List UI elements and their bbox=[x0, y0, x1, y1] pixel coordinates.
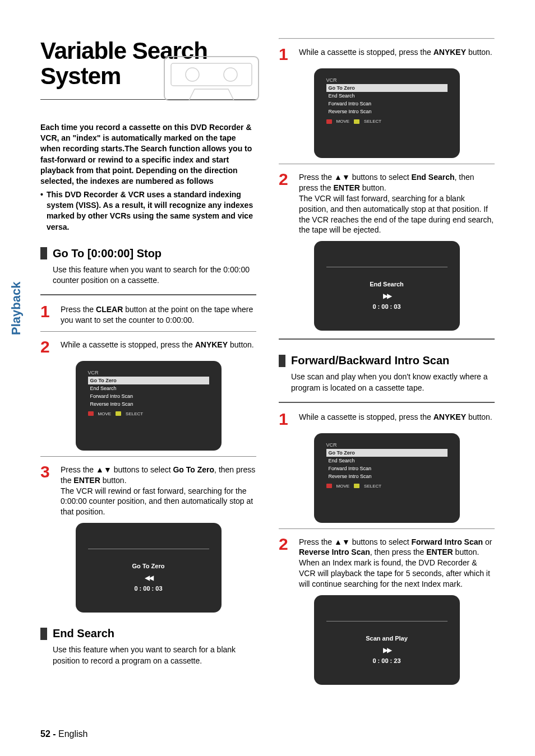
title-line2: System bbox=[40, 63, 121, 89]
osd-scan-time: 0 : 00 : 23 bbox=[326, 657, 448, 664]
goto-step2: 2 While a cassette is stopped, press the… bbox=[40, 338, 256, 355]
move-icon bbox=[88, 411, 94, 416]
goto-step1-text: Press the CLEAR button at the point on t… bbox=[61, 303, 256, 326]
select-icon bbox=[354, 484, 359, 488]
section-scan-title: Forward/Backward Intro Scan bbox=[291, 354, 449, 367]
step-number-2: 2 bbox=[40, 338, 53, 355]
select-icon bbox=[354, 119, 359, 124]
osd-end-label: End Search bbox=[326, 281, 448, 287]
divider bbox=[279, 164, 495, 164]
step-number-1: 1 bbox=[279, 411, 291, 428]
svg-point-2 bbox=[186, 68, 199, 81]
scan-step1-text: While a cassette is stopped, press the A… bbox=[299, 411, 492, 428]
osd-title: VCR bbox=[88, 370, 209, 375]
osd-legend: MOVE SELECT bbox=[326, 119, 448, 124]
left-column: Variable Search System Each time you rec… bbox=[40, 38, 256, 688]
osd-item-fwdintro[interactable]: Forward Intro Scan bbox=[88, 392, 209, 400]
end-step1-text: While a cassette is stopped, press the A… bbox=[299, 46, 492, 63]
page-footer: 52 - English bbox=[40, 729, 88, 739]
two-column-layout: Variable Search System Each time you rec… bbox=[40, 38, 495, 688]
section-scan-sub: Use scan and play when you don't know ex… bbox=[291, 372, 495, 393]
svg-rect-1 bbox=[171, 63, 252, 86]
divider bbox=[40, 294, 256, 295]
divider bbox=[279, 402, 495, 403]
side-tab-playback: Playback bbox=[9, 282, 24, 335]
fastforward-icon: ▶▶ bbox=[326, 292, 448, 300]
legend-move: MOVE bbox=[336, 119, 350, 124]
osd-legend: MOVE SELECT bbox=[326, 484, 448, 489]
osd-item-endsearch[interactable]: End Search bbox=[88, 384, 209, 392]
section-bar-icon bbox=[40, 247, 47, 259]
scan-step2: 2 Press the ▲▼ buttons to select Forward… bbox=[279, 536, 495, 590]
legend-move: MOVE bbox=[336, 484, 350, 489]
osd-goto-label: Go To Zero bbox=[88, 563, 209, 569]
fastforward-icon: ▶▶ bbox=[326, 646, 448, 654]
osd-item-revintro[interactable]: Reverse Intro Scan bbox=[326, 108, 448, 115]
osd-item-revintro[interactable]: Reverse Intro Scan bbox=[88, 400, 209, 408]
osd-title: VCR bbox=[326, 442, 448, 448]
osd-end-time: 0 : 00 : 03 bbox=[326, 303, 448, 310]
osd-item-gotozero[interactable]: Go To Zero bbox=[88, 377, 209, 384]
osd-item-gotozero[interactable]: Go To Zero bbox=[326, 449, 448, 457]
intro-paragraph: Each time you record a cassette on this … bbox=[40, 122, 256, 187]
intro-bullet: • This DVD Recorder & VCR uses a standar… bbox=[40, 189, 256, 233]
goto-step3: 3 Press the ▲▼ buttons to select Go To Z… bbox=[40, 463, 256, 517]
rewind-icon: ◀◀ bbox=[88, 574, 209, 582]
osd-item-gotozero[interactable]: Go To Zero bbox=[326, 84, 448, 92]
section-goto-title: Go To [0:00:00] Stop bbox=[53, 247, 162, 260]
move-icon bbox=[326, 484, 332, 488]
svg-point-3 bbox=[224, 68, 237, 81]
end-step2-text: Press the ▲▼ buttons to select End Searc… bbox=[299, 171, 495, 235]
osd-item-endsearch[interactable]: End Search bbox=[326, 457, 448, 465]
goto-step1: 1 Press the CLEAR button at the point on… bbox=[40, 303, 256, 326]
section-scan-head: Forward/Backward Intro Scan bbox=[279, 354, 495, 367]
legend-select: SELECT bbox=[364, 119, 381, 124]
osd-status-scan: Scan and Play ▶▶ 0 : 00 : 23 bbox=[314, 595, 460, 685]
osd-goto-time: 0 : 00 : 03 bbox=[88, 585, 209, 592]
divider bbox=[279, 528, 495, 529]
osd-item-revintro[interactable]: Reverse Intro Scan bbox=[326, 472, 448, 480]
goto-step2-text: While a cassette is stopped, press the A… bbox=[61, 338, 254, 355]
section-goto-sub: Use this feature when you want to search… bbox=[53, 265, 256, 286]
scan-step2-text: Press the ▲▼ buttons to select Forward I… bbox=[299, 536, 495, 590]
osd-legend: MOVE SELECT bbox=[88, 411, 209, 416]
page-title: Variable Search System bbox=[40, 38, 256, 89]
osd-status-goto: Go To Zero ◀◀ 0 : 00 : 03 bbox=[76, 523, 222, 613]
end-step2: 2 Press the ▲▼ buttons to select End Sea… bbox=[279, 171, 495, 235]
bullet-dot: • bbox=[40, 189, 43, 233]
section-end-head: End Search bbox=[40, 627, 256, 640]
divider bbox=[279, 338, 495, 340]
divider bbox=[40, 331, 256, 332]
step-number-2: 2 bbox=[279, 536, 291, 590]
section-bar-icon bbox=[40, 628, 47, 640]
select-icon bbox=[116, 411, 121, 416]
divider bbox=[279, 38, 495, 39]
step-number-3: 3 bbox=[40, 463, 53, 517]
section-end-title: End Search bbox=[53, 627, 114, 640]
footer-language: English bbox=[58, 729, 87, 739]
scan-step1: 1 While a cassette is stopped, press the… bbox=[279, 411, 495, 428]
legend-move: MOVE bbox=[98, 411, 112, 416]
section-end-sub: Use this feature when you want to search… bbox=[53, 644, 256, 666]
legend-select: SELECT bbox=[364, 484, 381, 489]
move-icon bbox=[326, 119, 332, 124]
goto-step3-text: Press the ▲▼ buttons to select Go To Zer… bbox=[61, 463, 256, 517]
step-number-1: 1 bbox=[279, 46, 291, 63]
section-goto-head: Go To [0:00:00] Stop bbox=[40, 247, 256, 260]
step-number-1: 1 bbox=[40, 303, 53, 326]
osd-item-endsearch[interactable]: End Search bbox=[326, 92, 448, 100]
intro-text: Each time you record a cassette on this … bbox=[40, 122, 256, 233]
osd-status-end: End Search ▶▶ 0 : 00 : 03 bbox=[314, 241, 460, 331]
osd-title: VCR bbox=[326, 77, 448, 83]
cassette-icon bbox=[161, 49, 262, 105]
osd-item-fwdintro[interactable]: Forward Intro Scan bbox=[326, 465, 448, 472]
section-bar-icon bbox=[279, 355, 285, 367]
step-number-2: 2 bbox=[279, 171, 291, 235]
osd-scan-label: Scan and Play bbox=[326, 635, 448, 642]
divider bbox=[40, 456, 256, 457]
osd-item-fwdintro[interactable]: Forward Intro Scan bbox=[326, 100, 448, 108]
end-step1: 1 While a cassette is stopped, press the… bbox=[279, 46, 495, 63]
intro-bullet-text: This DVD Recorder & VCR uses a standard … bbox=[47, 189, 256, 233]
legend-select: SELECT bbox=[126, 411, 143, 416]
osd-menu-scan: VCR Go To Zero End Search Forward Intro … bbox=[314, 433, 460, 523]
